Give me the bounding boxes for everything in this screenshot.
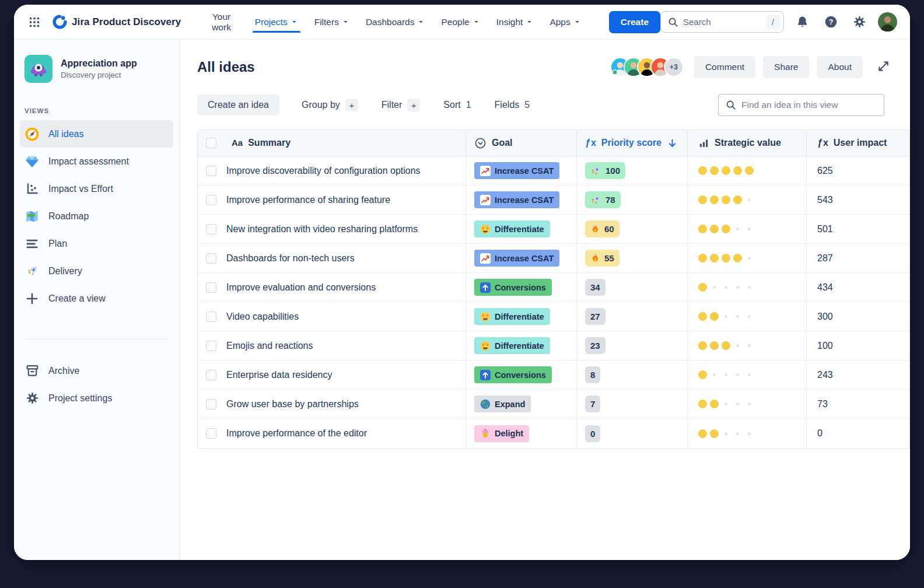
table-row[interactable]: Improve performance of sharing featureIn… (198, 186, 909, 215)
user-impact-cell[interactable]: 434 (807, 273, 910, 302)
strategic-value-cell[interactable] (688, 273, 807, 302)
group-by-button[interactable]: Group by + (293, 93, 366, 117)
fullscreen-button[interactable] (873, 56, 894, 78)
priority-score-cell[interactable]: 60 (577, 215, 688, 243)
row-checkbox[interactable] (206, 253, 216, 264)
settings-button[interactable] (849, 12, 870, 32)
goal-cell[interactable]: Expand (466, 390, 577, 418)
user-impact-cell[interactable]: 100 (807, 331, 910, 360)
goal-cell[interactable]: Increase CSAT (466, 244, 577, 272)
column-header-strategic-value[interactable]: Strategic value (688, 130, 807, 156)
row-checkbox[interactable] (206, 312, 216, 322)
strategic-value-cell[interactable] (688, 302, 807, 331)
priority-score-cell[interactable]: 23 (577, 331, 688, 360)
sidebar-item-impact-assessment[interactable]: Impact assessment (20, 148, 173, 175)
table-row[interactable]: Improve performance of the editorDelight… (198, 419, 909, 448)
priority-score-cell[interactable]: 100 (577, 156, 688, 185)
row-checkbox[interactable] (206, 195, 216, 205)
summary-cell[interactable]: Video capabilities (198, 302, 466, 331)
user-impact-cell[interactable]: 287 (807, 244, 910, 272)
table-row[interactable]: Dashboards for non-tech usersIncrease CS… (198, 244, 909, 273)
priority-score-cell[interactable]: 8 (577, 360, 688, 389)
sidebar-item-delivery[interactable]: Delivery (20, 257, 173, 285)
user-impact-cell[interactable]: 243 (807, 360, 910, 389)
user-impact-cell[interactable]: 73 (807, 390, 910, 418)
presence-avatars[interactable]: +3 (611, 58, 682, 76)
goal-cell[interactable]: Differentiate (466, 331, 577, 360)
row-checkbox[interactable] (206, 341, 216, 351)
create-button[interactable]: Create (609, 11, 660, 33)
column-header-goal[interactable]: Goal (466, 130, 577, 156)
goal-cell[interactable]: Increase CSAT (466, 156, 577, 185)
table-row[interactable]: Enterprise data residencyConversions8243 (198, 360, 909, 390)
about-button[interactable]: About (817, 56, 863, 78)
sidebar-item-all-ideas[interactable]: All ideas (20, 120, 173, 148)
user-impact-cell[interactable]: 543 (807, 186, 910, 214)
strategic-value-cell[interactable] (688, 186, 807, 214)
table-row[interactable]: Emojis and reactionsDifferentiate23100 (198, 331, 909, 360)
sidebar-item-impact-vs-effort[interactable]: Impact vs Effort (20, 175, 173, 202)
strategic-value-cell[interactable] (688, 156, 807, 185)
priority-score-cell[interactable]: 78 (577, 186, 688, 214)
nav-item-insight[interactable]: Insight (489, 12, 541, 33)
row-checkbox[interactable] (206, 399, 216, 410)
nav-item-dashboards[interactable]: Dashboards (359, 12, 432, 33)
user-impact-cell[interactable]: 625 (807, 156, 910, 185)
user-impact-cell[interactable]: 300 (807, 302, 910, 331)
nav-item-apps[interactable]: Apps (542, 12, 587, 33)
select-all-checkbox[interactable] (206, 138, 216, 148)
summary-cell[interactable]: Improve evaluation and conversions (198, 273, 466, 302)
summary-cell[interactable]: Improve performance of sharing feature (198, 186, 466, 214)
user-avatar[interactable] (878, 12, 897, 32)
user-impact-cell[interactable]: 0 (807, 419, 910, 448)
global-search-input[interactable] (683, 17, 761, 27)
comment-button[interactable]: Comment (694, 56, 755, 78)
fields-button[interactable]: Fields 5 (487, 94, 538, 116)
summary-cell[interactable]: Emojis and reactions (198, 331, 466, 360)
table-row[interactable]: Improve evaluation and conversionsConver… (198, 273, 909, 302)
row-checkbox[interactable] (206, 370, 216, 380)
nav-item-filters[interactable]: Filters (307, 12, 356, 33)
row-checkbox[interactable] (206, 282, 216, 293)
goal-cell[interactable]: Differentiate (466, 215, 577, 243)
priority-score-cell[interactable]: 55 (577, 244, 688, 272)
goal-cell[interactable]: Differentiate (466, 302, 577, 331)
global-search[interactable]: / (660, 11, 784, 33)
help-button[interactable]: ? (821, 12, 841, 32)
priority-score-cell[interactable]: 7 (577, 390, 688, 418)
column-header-summary[interactable]: AaSummary (198, 130, 466, 156)
table-row[interactable]: New integration with video resharing pla… (198, 215, 909, 244)
table-row[interactable]: Video capabilitiesDifferentiate27300 (198, 302, 909, 331)
summary-cell[interactable]: Improve discoverability of configuration… (198, 156, 466, 185)
sidebar-item-create-a-view[interactable]: Create a view (20, 285, 173, 312)
column-header-user-impact[interactable]: ƒxUser impact (807, 130, 910, 156)
notifications-button[interactable] (792, 12, 813, 32)
sidebar-item-project-settings[interactable]: Project settings (20, 384, 173, 412)
summary-cell[interactable]: New integration with video resharing pla… (198, 215, 466, 243)
priority-score-cell[interactable]: 34 (577, 273, 688, 302)
goal-cell[interactable]: Conversions (466, 273, 577, 302)
strategic-value-cell[interactable] (688, 331, 807, 360)
app-switcher-button[interactable] (24, 12, 44, 32)
strategic-value-cell[interactable] (688, 419, 807, 448)
priority-score-cell[interactable]: 27 (577, 302, 688, 331)
table-row[interactable]: Grow user base by partnershipsExpand773 (198, 390, 909, 419)
strategic-value-cell[interactable] (688, 215, 807, 243)
brand[interactable]: Jira Product Discovery (52, 15, 181, 29)
summary-cell[interactable]: Enterprise data residency (198, 360, 466, 389)
sidebar-item-archive[interactable]: Archive (20, 357, 173, 384)
sidebar-item-plan[interactable]: Plan (20, 230, 173, 257)
summary-cell[interactable]: Improve performance of the editor (198, 419, 466, 448)
strategic-value-cell[interactable] (688, 360, 807, 389)
priority-score-cell[interactable]: 0 (577, 419, 688, 448)
row-checkbox[interactable] (206, 428, 216, 439)
summary-cell[interactable]: Grow user base by partnerships (198, 390, 466, 418)
share-button[interactable]: Share (763, 56, 809, 78)
find-idea-search[interactable] (718, 94, 884, 116)
filter-button[interactable]: Filter + (373, 93, 429, 117)
row-checkbox[interactable] (206, 166, 216, 176)
nav-item-people[interactable]: People (434, 12, 487, 33)
sort-button[interactable]: Sort 1 (435, 94, 479, 116)
row-checkbox[interactable] (206, 224, 216, 235)
project-header[interactable]: Appreciation app Discovery project (14, 55, 179, 83)
